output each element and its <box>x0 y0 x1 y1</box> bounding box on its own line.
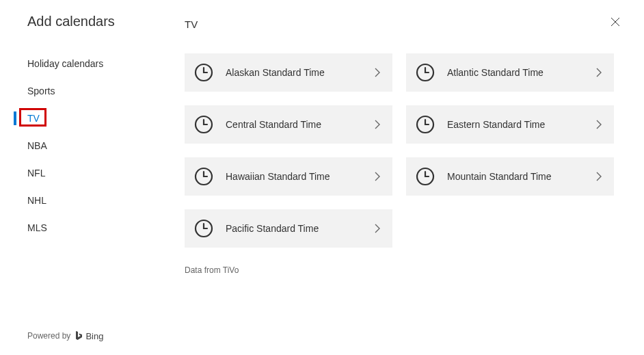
close-icon <box>611 17 620 27</box>
sidebar-item-label: Holiday calendars <box>27 58 103 69</box>
sidebar-item-label: NFL <box>27 168 45 179</box>
clock-icon <box>194 167 213 186</box>
sidebar-item-holiday-calendars[interactable]: Holiday calendars <box>0 50 185 77</box>
sidebar: Add calendars Holiday calendars Sports T… <box>0 0 185 355</box>
chevron-right-icon <box>372 67 383 78</box>
sidebar-item-sports[interactable]: Sports <box>0 77 185 105</box>
sidebar-item-label: NBA <box>27 140 47 151</box>
powered-by-text: Powered by <box>27 331 70 341</box>
main-content: TV Alaskan Standard Time Atlantic Standa… <box>185 0 644 355</box>
sidebar-item-nba[interactable]: NBA <box>0 132 185 159</box>
card-atlantic[interactable]: Atlantic Standard Time <box>406 53 614 92</box>
sidebar-item-label: TV <box>27 113 40 124</box>
sidebar-item-label: NHL <box>27 195 46 206</box>
clock-icon <box>416 167 435 186</box>
bing-label: Bing <box>85 331 103 341</box>
card-label: Pacific Standard Time <box>213 223 372 234</box>
sidebar-items: Holiday calendars Sports TV NBA NFL NHL … <box>0 50 185 330</box>
clock-icon <box>416 63 435 82</box>
card-hawaiian[interactable]: Hawaiian Standard Time <box>185 157 392 196</box>
chevron-right-icon <box>593 119 604 130</box>
sidebar-item-label: Sports <box>27 86 55 96</box>
clock-icon <box>194 115 213 134</box>
clock-icon <box>194 219 213 238</box>
timezone-cards: Alaskan Standard Time Atlantic Standard … <box>185 53 623 248</box>
clock-icon <box>416 115 435 134</box>
card-label: Hawaiian Standard Time <box>213 171 372 182</box>
sidebar-item-tv[interactable]: TV <box>0 105 185 132</box>
chevron-right-icon <box>593 171 604 182</box>
main-header: TV <box>185 14 623 34</box>
sidebar-item-label: MLS <box>27 222 47 233</box>
sidebar-item-nfl[interactable]: NFL <box>0 159 185 187</box>
chevron-right-icon <box>593 67 604 78</box>
card-label: Alaskan Standard Time <box>213 67 372 78</box>
data-source-text: Data from TiVo <box>185 265 623 275</box>
chevron-right-icon <box>372 171 383 182</box>
card-mountain[interactable]: Mountain Standard Time <box>406 157 614 196</box>
card-label: Central Standard Time <box>213 119 372 130</box>
card-label: Atlantic Standard Time <box>435 67 593 78</box>
sidebar-item-mls[interactable]: MLS <box>0 214 185 241</box>
chevron-right-icon <box>372 119 383 130</box>
sidebar-title: Add calendars <box>0 14 185 50</box>
card-eastern[interactable]: Eastern Standard Time <box>406 105 614 144</box>
close-button[interactable] <box>607 14 623 30</box>
chevron-right-icon <box>372 223 383 234</box>
powered-by-footer: Powered by Bing <box>0 330 185 355</box>
card-label: Eastern Standard Time <box>435 119 593 130</box>
clock-icon <box>194 63 213 82</box>
card-pacific[interactable]: Pacific Standard Time <box>185 209 392 248</box>
bing-logo: Bing <box>75 330 103 341</box>
card-central[interactable]: Central Standard Time <box>185 105 392 144</box>
bing-icon <box>75 330 83 341</box>
card-label: Mountain Standard Time <box>435 171 593 182</box>
page-title: TV <box>185 18 198 30</box>
sidebar-item-nhl[interactable]: NHL <box>0 187 185 214</box>
card-alaskan[interactable]: Alaskan Standard Time <box>185 53 392 92</box>
